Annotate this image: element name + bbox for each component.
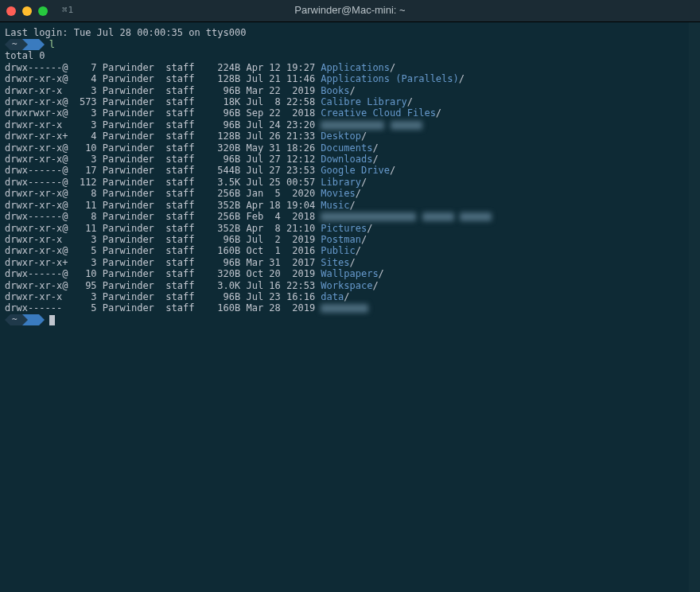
dir-name: Sites	[321, 257, 349, 268]
redacted-name: x	[321, 121, 384, 130]
dir-name: Applications (Parallels)	[321, 73, 458, 84]
list-item: drwxr-xr-x 3 Parwinder staff 96B Mar 22 …	[5, 85, 695, 96]
list-item: drwxr-xr-x 3 Parwinder staff 96B Jul 24 …	[5, 119, 695, 130]
prompt-arrow-left-icon	[5, 39, 10, 50]
prompt-line-2[interactable]: ~	[5, 314, 695, 326]
prompt-home: ~	[10, 39, 22, 50]
list-item: drwxr-xr-x@ 573 Parwinder staff 18K Jul …	[5, 96, 695, 107]
prompt-arrow-left-icon	[5, 314, 10, 325]
list-item: drwxr-xr-x+ 4 Parwinder staff 128B Jul 2…	[5, 130, 695, 142]
file-listing: drwx------@ 7 Parwinder staff 224B Apr 1…	[5, 62, 695, 314]
list-item: drwx------@ 7 Parwinder staff 224B Apr 1…	[5, 62, 695, 73]
command-text: l	[49, 39, 55, 50]
list-item: drwxr-xr-x@ 95 Parwinder staff 3.0K Jul …	[5, 280, 695, 291]
titlebar[interactable]: ⌘1 Parwinder@Mac-mini: ~	[0, 0, 700, 22]
redacted-name: x	[460, 212, 492, 221]
dir-name: Public	[321, 245, 355, 256]
scrollbar[interactable]	[689, 22, 700, 592]
dir-name: Downloads	[321, 154, 372, 165]
prompt-blue-arrow-icon	[39, 39, 45, 50]
list-item: drwx------ 5 Parwinder staff 160B Mar 28…	[5, 302, 695, 314]
cursor-icon	[49, 315, 55, 325]
dir-name: Wallpapers	[321, 268, 378, 279]
list-item: drwxr-xr-x@ 10 Parwinder staff 320B May …	[5, 142, 695, 154]
dir-name: Library	[321, 177, 361, 188]
list-item: drwxr-xr-x@ 11 Parwinder staff 352B Apr …	[5, 223, 695, 234]
list-item: drwx------@ 112 Parwinder staff 3.5K Jul…	[5, 177, 695, 188]
traffic-lights	[6, 6, 48, 16]
dir-name: Pictures	[321, 223, 367, 234]
list-item: drwxrwxr-x@ 3 Parwinder staff 96B Sep 22…	[5, 107, 695, 119]
window-title: Parwinder@Mac-mini: ~	[294, 5, 405, 16]
dir-name: Books	[321, 85, 349, 96]
total-line: total 0	[5, 50, 695, 61]
list-item: drwxr-xr-x 3 Parwinder staff 96B Jul 23 …	[5, 291, 695, 302]
dir-name: Documents	[321, 142, 372, 154]
list-item: drwxr-xr-x 3 Parwinder staff 96B Jul 2 2…	[5, 234, 695, 245]
prompt-blue-arrow-icon	[39, 314, 45, 325]
dir-name: Google Drive	[321, 165, 390, 176]
list-item: drwxr-xr-x@ 3 Parwinder staff 96B Jul 27…	[5, 154, 695, 165]
dir-name: Creative Cloud Files	[321, 107, 436, 119]
list-item: drwx------@ 10 Parwinder staff 320B Oct …	[5, 268, 695, 279]
redacted-name: x	[321, 212, 416, 221]
minimize-icon[interactable]	[22, 6, 32, 16]
list-item: drwxr-xr-x@ 8 Parwinder staff 256B Jan 5…	[5, 188, 695, 199]
prompt-home-arrow-icon	[22, 314, 28, 325]
redacted-name: x	[391, 121, 422, 130]
list-item: drwxr-xr-x+ 3 Parwinder staff 96B Mar 31…	[5, 257, 695, 268]
redacted-name: x	[321, 304, 368, 313]
dir-name: Applications	[321, 62, 390, 73]
list-item: drwxr-xr-x@ 5 Parwinder staff 160B Oct 1…	[5, 245, 695, 256]
list-item: drwxr-xr-x@ 11 Parwinder staff 352B Apr …	[5, 200, 695, 211]
tab-shortcut: ⌘1	[62, 5, 74, 16]
last-login-line: Last login: Tue Jul 28 00:00:35 on ttys0…	[5, 27, 695, 38]
close-icon[interactable]	[6, 6, 16, 16]
redacted-name: x	[422, 212, 454, 221]
dir-name: Desktop	[321, 130, 361, 142]
dir-name: Music	[321, 200, 349, 211]
prompt-home: ~	[10, 314, 22, 325]
prompt-home-arrow-icon	[22, 39, 28, 50]
dir-name: Movies	[321, 188, 355, 199]
maximize-icon[interactable]	[38, 6, 48, 16]
terminal-body[interactable]: Last login: Tue Jul 28 00:00:35 on ttys0…	[0, 22, 700, 592]
dir-name: Calibre Library	[321, 96, 406, 107]
list-item: drwxr-xr-x@ 4 Parwinder staff 128B Jul 2…	[5, 73, 695, 84]
list-item: drwx------@ 17 Parwinder staff 544B Jul …	[5, 165, 695, 176]
prompt-line: ~ l	[5, 38, 695, 50]
dir-name: Postman	[321, 234, 361, 245]
dir-name: data	[321, 291, 344, 302]
dir-name: Workspace	[321, 280, 372, 291]
list-item: drwx------@ 8 Parwinder staff 256B Feb 4…	[5, 211, 695, 222]
